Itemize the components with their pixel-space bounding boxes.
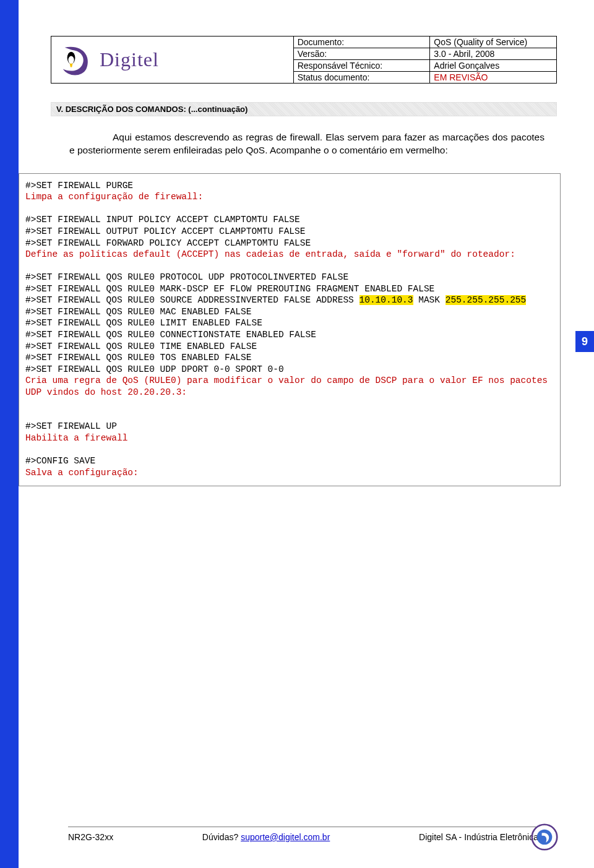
cmd-line: #>SET FIREWALL QOS RULE0 MAC ENABLED FAL… — [25, 307, 251, 317]
highlighted-mask: 255.255.255.255 — [446, 295, 527, 305]
footer-separator — [68, 827, 538, 827]
footer-center: Dúvidas? suporte@digitel.com.br — [202, 832, 330, 842]
logo-icon — [58, 42, 93, 78]
meta-row-document: Documento: QoS (Quality of Service) — [294, 37, 556, 48]
cmd-line: #>SET FIREWALL QOS RULE0 UDP DPORT 0-0 S… — [25, 364, 284, 374]
svg-point-3 — [537, 830, 553, 845]
meta-value: QoS (Quality of Service) — [430, 37, 556, 48]
cmd-comment: Salva a configuração: — [25, 468, 139, 478]
footer-seal-icon — [531, 823, 558, 851]
code-listing: #>SET FIREWALL PURGE Limpa a configuraçã… — [19, 173, 561, 486]
meta-label: Documento: — [294, 37, 431, 48]
footer-right: Digitel SA - Indústria Eletrônica — [419, 832, 538, 842]
page-root: 9 Digitel Documento: QoS (Quality of Ser — [0, 0, 594, 868]
cmd-comment: Cria uma regra de QoS (RULE0) para modif… — [25, 376, 553, 397]
meta-label: Versão: — [294, 48, 431, 59]
cmd-line: #>SET FIREWALL QOS RULE0 SOURCE ADDRESSI… — [25, 295, 359, 305]
page-footer: NR2G-32xx Dúvidas? suporte@digitel.com.b… — [68, 832, 538, 842]
logo-text: Digitel — [100, 48, 159, 71]
cmd-line: #>SET FIREWALL UP — [25, 421, 117, 431]
cmd-line: #>SET FIREWALL QOS RULE0 TOS ENABLED FAL… — [25, 353, 251, 363]
section-heading: V. DESCRIÇÃO DOS COMANDOS: (...continuaç… — [51, 102, 557, 116]
footer-support-prefix: Dúvidas? — [202, 832, 241, 842]
highlighted-ip: 10.10.10.3 — [359, 295, 413, 305]
cmd-comment: Habilita a firewall — [25, 433, 127, 443]
header-table: Digitel Documento: QoS (Quality of Servi… — [51, 36, 557, 84]
cmd-comment: Limpa a configuração de firewall: — [25, 192, 203, 202]
cmd-line: #>SET FIREWALL QOS RULE0 PROTOCOL UDP PR… — [25, 272, 348, 282]
cmd-line: #>SET FIREWALL QOS RULE0 MARK-DSCP EF FL… — [25, 284, 434, 294]
meta-value-status: EM REVISÃO — [430, 72, 556, 83]
support-email-link[interactable]: suporte@digitel.com.br — [241, 832, 330, 842]
meta-label: Responsável Técnico: — [294, 60, 431, 71]
cmd-line: #>SET FIREWALL QOS RULE0 CONNECTIONSTATE… — [25, 330, 316, 340]
page-content: Digitel Documento: QoS (Quality of Servi… — [19, 0, 594, 868]
meta-value: Adriel Gonçalves — [430, 60, 556, 71]
cmd-line: #>SET FIREWALL QOS RULE0 TIME ENABLED FA… — [25, 342, 257, 351]
left-margin-bar — [0, 0, 19, 868]
intro-text: Aqui estamos descrevendo as regras de fi… — [69, 132, 544, 155]
cmd-line: #>SET FIREWALL INPUT POLICY ACCEPT CLAMP… — [25, 215, 300, 225]
meta-label: Status documento: — [294, 72, 431, 83]
cmd-comment: Define as políticas default (ACCEPT) nas… — [25, 249, 515, 259]
cmd-line: #>SET FIREWALL QOS RULE0 LIMIT ENABLED F… — [25, 318, 262, 328]
meta-value: 3.0 - Abril, 2008 — [430, 48, 556, 59]
svg-point-1 — [68, 56, 74, 64]
cmd-line: #>SET FIREWALL FORWARD POLICY ACCEPT CLA… — [25, 238, 311, 248]
meta-row-status: Status documento: EM REVISÃO — [294, 72, 556, 83]
meta-row-version: Versão: 3.0 - Abril, 2008 — [294, 48, 556, 60]
cmd-line: #>SET FIREWALL OUTPUT POLICY ACCEPT CLAM… — [25, 226, 305, 236]
cmd-line: #>SET FIREWALL PURGE — [25, 181, 133, 191]
meta-row-responsible: Responsável Técnico: Adriel Gonçalves — [294, 60, 556, 72]
intro-paragraph: Aqui estamos descrevendo as regras de fi… — [69, 131, 544, 157]
cmd-line: #>CONFIG SAVE — [25, 456, 95, 466]
footer-left: NR2G-32xx — [68, 832, 113, 842]
cmd-line: MASK — [413, 295, 446, 305]
logo-cell: Digitel — [51, 37, 294, 83]
meta-table: Documento: QoS (Quality of Service) Vers… — [294, 37, 556, 83]
